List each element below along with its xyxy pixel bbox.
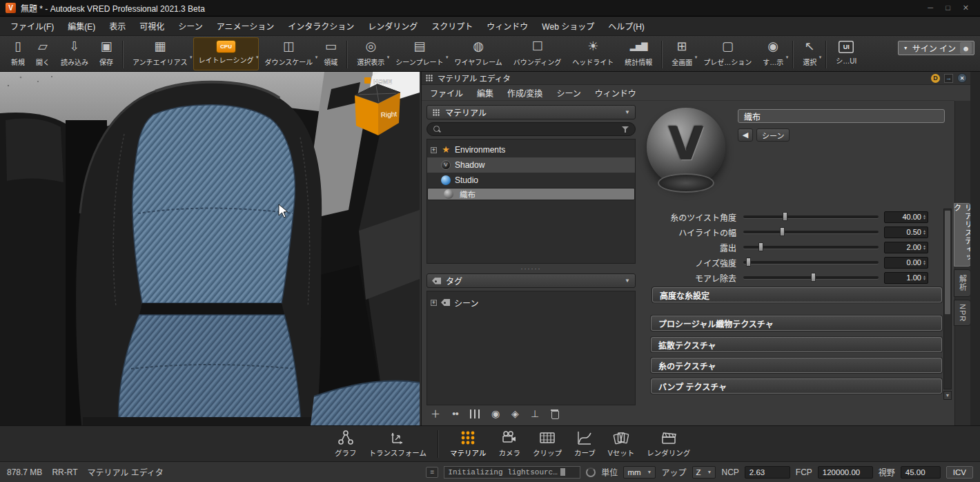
slider-value-field[interactable]: 0.00▴▾ <box>884 257 928 269</box>
toolbar-raytracing-button[interactable]: CPU▾レイトレーシング <box>193 37 259 70</box>
chevron-down-icon[interactable]: ▾ <box>695 55 698 60</box>
spinner-arrows[interactable]: ▴▾ <box>923 229 925 235</box>
toolbar-fullscreen-button[interactable]: ⊞▾全画面 <box>666 37 698 70</box>
tab-realistic[interactable]: リアリスティック <box>954 203 971 267</box>
toolbar-save-button[interactable]: ▣保存 <box>94 37 119 70</box>
me-menu-file[interactable]: ファイル <box>430 87 463 99</box>
nav-cube-face-label[interactable]: Right <box>380 110 397 119</box>
slider-track[interactable] <box>743 231 879 233</box>
module-camera[interactable]: カメラ <box>492 430 527 458</box>
slider-handle[interactable] <box>780 227 785 236</box>
menu-edit[interactable]: 編集(E) <box>68 20 95 32</box>
module-material[interactable]: マテリアル <box>444 430 492 458</box>
tree-row-studio[interactable]: Studio <box>427 173 635 188</box>
toolbar-sceneplate-button[interactable]: ▤▾シーンプレート <box>390 37 449 70</box>
assign-material-icon[interactable]: ◉ <box>491 408 500 419</box>
tab-analysis[interactable]: 解析 <box>954 269 971 297</box>
spinner-arrows[interactable]: ▴▾ <box>923 214 925 220</box>
toolbar-import-button[interactable]: ⇩読み込み <box>55 37 94 70</box>
material-type-dropdown[interactable]: マテリアル ▼ <box>427 105 636 119</box>
spinner-arrows[interactable]: ▴▾ <box>923 244 925 250</box>
menu-help[interactable]: ヘルプ(H) <box>608 20 645 32</box>
chevron-down-icon[interactable]: ▾ <box>190 55 193 60</box>
tag-row-scene[interactable]: + シーン <box>427 295 635 310</box>
advanced-thread-settings-button[interactable]: 高度な糸設定 <box>652 287 942 302</box>
ncp-field[interactable]: 2.63 <box>745 466 790 479</box>
toolbar-statistics-button[interactable]: ▂▅▇統計情報 <box>619 37 658 70</box>
properties-scrollbar[interactable] <box>943 209 952 389</box>
expander-icon[interactable]: + <box>431 300 437 306</box>
material-editor-header[interactable]: マテリアル エディタ D → ✕ <box>422 72 970 85</box>
slider-handle[interactable] <box>811 273 816 282</box>
menu-scene[interactable]: シーン <box>178 20 202 32</box>
toolbar-wireframe-button[interactable]: ◍ワイヤフレーム <box>449 37 507 70</box>
menu-file[interactable]: ファイル(F) <box>10 20 54 32</box>
material-search-box[interactable] <box>427 122 636 136</box>
viewport-canvas[interactable]: HOME Right <box>0 72 420 425</box>
delete-material-icon[interactable] <box>551 409 559 418</box>
slider-value-field[interactable]: 2.00▴▾ <box>884 242 928 253</box>
section-procedural-weave-texture[interactable]: プロシージャル織物テクスチャ <box>651 316 942 331</box>
toolbar-region-button[interactable]: ▭領域 <box>318 37 343 70</box>
duplicate-material-icon[interactable]: ●● <box>452 408 458 419</box>
default-material-icon[interactable]: ⊥ <box>531 408 539 419</box>
me-menu-create-convert[interactable]: 作成/変換 <box>507 87 542 99</box>
toolbar-presentation-button[interactable]: ▢プレゼ…ション <box>698 37 757 70</box>
section-diffuse-texture[interactable]: 拡散テクスチャ <box>651 337 942 352</box>
slider-value-field[interactable]: 40.00▴▾ <box>884 211 928 223</box>
me-menu-edit[interactable]: 編集 <box>477 87 493 99</box>
icv-button[interactable]: ICV <box>946 466 973 479</box>
tab-npr[interactable]: NPR <box>954 300 971 326</box>
toolbar-isolate-view-button[interactable]: ◎▾選択表示 <box>351 37 390 70</box>
section-thread-texture[interactable]: 糸のテクスチャ <box>651 358 942 373</box>
tree-row-fabric[interactable]: 織布 <box>427 188 635 200</box>
spinner-arrows[interactable]: ▴▾ <box>923 275 925 280</box>
slider-track[interactable] <box>743 246 879 249</box>
dock-badge[interactable]: D <box>931 74 940 83</box>
menu-webshop[interactable]: Web ショップ <box>542 20 594 32</box>
material-preview-sphere[interactable]: V <box>647 108 725 186</box>
unit-select[interactable]: mm▼ <box>623 466 656 479</box>
tag-dropdown[interactable]: タグ ▼ <box>427 273 636 288</box>
module-graph[interactable]: グラフ <box>329 430 363 458</box>
expander-icon[interactable]: + <box>431 147 437 153</box>
scrollbar-down-button[interactable]: ▼ <box>943 391 952 400</box>
filter-icon[interactable] <box>621 125 629 133</box>
slider-track[interactable] <box>743 215 879 218</box>
sign-in-button[interactable]: ▼ サイン イン ☻ <box>898 41 974 55</box>
find-material-icon[interactable]: ◈ <box>511 408 519 419</box>
slider-handle[interactable] <box>758 242 763 251</box>
mixer-icon[interactable] <box>470 409 480 418</box>
undock-icon[interactable]: → <box>944 74 953 83</box>
menu-rendering[interactable]: レンダリング <box>368 20 418 32</box>
chevron-down-icon[interactable]: ▾ <box>315 55 318 60</box>
back-arrow-button[interactable]: ◀ <box>738 128 753 142</box>
home-icon[interactable] <box>364 77 371 84</box>
toolbar-bounding-button[interactable]: ☐バウンディング <box>508 37 567 70</box>
toolbar-new-button[interactable]: ▯新規 <box>6 37 30 70</box>
toolbar-open-button[interactable]: ▱開く <box>30 37 55 70</box>
search-input[interactable] <box>445 124 617 134</box>
toolbar-headlight-button[interactable]: ☀ヘッドライト <box>567 37 619 70</box>
menu-interaction[interactable]: インタラクション <box>288 20 354 32</box>
add-material-icon[interactable]: ＋ <box>431 408 440 419</box>
me-menu-window[interactable]: ウィンドウ <box>595 87 636 99</box>
toolbar-ui-button[interactable]: UIシ…UI <box>830 37 862 70</box>
module-render[interactable]: レンダリング <box>640 430 696 458</box>
module-clip[interactable]: クリップ <box>527 430 568 458</box>
chevron-down-icon[interactable]: ▾ <box>786 55 789 60</box>
slider-handle[interactable] <box>783 212 787 221</box>
section-bump-texture[interactable]: バンプ テクスチャ <box>651 378 942 394</box>
fov-field[interactable]: 45.00 <box>901 466 941 479</box>
panel-close-icon[interactable]: ✕ <box>957 73 967 83</box>
chevron-down-icon[interactable]: ▾ <box>387 55 390 60</box>
menu-window[interactable]: ウィンドウ <box>487 20 528 32</box>
menu-visualization[interactable]: 可視化 <box>139 20 164 32</box>
scrollbar-thumb[interactable] <box>945 211 950 314</box>
menu-view[interactable]: 表示 <box>109 20 126 32</box>
slider-track[interactable] <box>743 261 879 264</box>
slider-value-field[interactable]: 0.50▴▾ <box>884 226 928 238</box>
fcp-field[interactable]: 120000.00 <box>818 466 873 479</box>
splitter-handle[interactable]: ······ <box>427 266 636 271</box>
menu-script[interactable]: スクリプト <box>431 20 473 32</box>
